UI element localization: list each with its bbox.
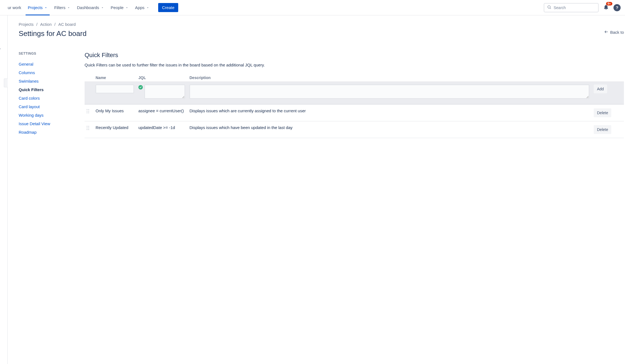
svg-point-13 (87, 129, 88, 130)
delete-filter-button[interactable]: Delete (594, 108, 611, 117)
table-row: Recently Updated updatedDate >= -1d Disp… (85, 121, 624, 138)
svg-point-6 (88, 111, 89, 112)
settings-item-columns[interactable]: Columns (19, 68, 80, 77)
settings-item-card-colors[interactable]: Card colors (19, 94, 80, 102)
svg-line-1 (550, 8, 551, 9)
settings-item-card-layout[interactable]: Card layout (19, 102, 80, 111)
col-jql: JQL (138, 75, 185, 80)
svg-point-14 (88, 129, 89, 130)
settings-item-working-days[interactable]: Working days (19, 111, 80, 119)
svg-point-3 (87, 109, 88, 110)
nav-dashboards[interactable]: Dashboards (75, 0, 106, 15)
add-filter-row: Add (85, 82, 624, 105)
back-to-board-link[interactable]: Back to (604, 30, 625, 35)
header-left: Projects / Action / AC board Settings fo… (19, 22, 87, 38)
svg-point-10 (88, 126, 89, 127)
header-row: Projects / Action / AC board Settings fo… (19, 22, 625, 38)
top-nav-right: 9+ ? (544, 3, 621, 12)
filter-jql[interactable]: assignee = currentUser() (138, 108, 185, 113)
breadcrumb-action[interactable]: Action (40, 22, 52, 27)
settings-item-issue-detail-view[interactable]: Issue Detail View (19, 119, 80, 128)
breadcrumb-sep: / (54, 22, 55, 27)
panel-title: Quick Filters (85, 52, 624, 59)
settings-heading: SETTINGS (19, 52, 80, 55)
breadcrumb-projects[interactable]: Projects (19, 22, 34, 27)
nav-projects-label: Projects (28, 5, 43, 10)
back-to-board-label: Back to (610, 30, 624, 35)
breadcrumb: Projects / Action / AC board (19, 22, 87, 27)
svg-point-9 (87, 126, 88, 127)
search-icon (547, 5, 551, 10)
svg-point-5 (87, 111, 88, 112)
help-icon-label: ? (616, 5, 618, 10)
main: Projects / Action / AC board Settings fo… (8, 15, 625, 364)
col-description: Description (189, 75, 589, 80)
settings-item-swimlanes[interactable]: Swimlanes (19, 77, 80, 85)
create-button[interactable]: Create (158, 3, 178, 12)
chevron-down-icon (146, 6, 149, 9)
left-rail (0, 15, 8, 364)
filter-description[interactable]: Displays issues which have been updated … (189, 125, 589, 130)
svg-point-11 (87, 128, 88, 128)
nav-your-work-label: ur work (8, 5, 21, 10)
col-name: Name (96, 75, 134, 80)
nav-filters-label: Filters (54, 5, 65, 10)
new-filter-name-input[interactable] (96, 85, 134, 93)
top-nav: ur work Projects Filters Dashboards Peop… (0, 0, 625, 15)
svg-point-12 (88, 128, 89, 128)
notification-badge: 9+ (606, 2, 612, 5)
drag-handle-icon[interactable] (85, 125, 91, 130)
settings-nav: SETTINGS General Columns Swimlanes Quick… (19, 52, 85, 138)
chevron-down-icon (101, 6, 104, 9)
filter-name[interactable]: Only My Issues (96, 108, 134, 113)
add-filter-button[interactable]: Add (594, 85, 607, 93)
new-filter-description-input[interactable] (189, 85, 589, 99)
table-row: Only My Issues assignee = currentUser() … (85, 105, 624, 121)
valid-jql-icon (138, 85, 143, 89)
table-header: Name JQL Description (85, 74, 624, 82)
content-row: SETTINGS General Columns Swimlanes Quick… (19, 52, 625, 138)
nav-filters[interactable]: Filters (52, 0, 72, 15)
nav-people[interactable]: People (108, 0, 131, 15)
page-title: Settings for AC board (19, 29, 87, 38)
top-nav-left: ur work Projects Filters Dashboards Peop… (4, 0, 544, 15)
quick-filters-panel: Quick Filters Quick Filters can be used … (85, 52, 625, 138)
notifications-button[interactable]: 9+ (602, 4, 610, 12)
chevron-down-icon (125, 6, 129, 9)
panel-description: Quick Filters can be used to further fil… (85, 63, 624, 67)
svg-point-7 (87, 113, 88, 113)
filter-name[interactable]: Recently Updated (96, 125, 134, 130)
nav-apps[interactable]: Apps (133, 0, 152, 15)
nav-dashboards-label: Dashboards (77, 5, 99, 10)
new-filter-jql-input[interactable] (144, 85, 185, 99)
layout: Projects / Action / AC board Settings fo… (0, 15, 625, 364)
help-button[interactable]: ? (613, 4, 621, 11)
svg-point-4 (88, 109, 89, 110)
delete-filter-button[interactable]: Delete (594, 125, 611, 134)
filter-description[interactable]: Displays issues which are currently assi… (189, 108, 589, 113)
svg-point-0 (548, 6, 550, 8)
quick-filters-table: Name JQL Description (85, 74, 624, 138)
nav-apps-label: Apps (135, 5, 144, 10)
settings-item-general[interactable]: General (19, 60, 80, 68)
chevron-down-icon (67, 6, 70, 9)
search-box[interactable] (544, 3, 599, 12)
settings-item-roadmap[interactable]: Roadmap (19, 128, 80, 136)
breadcrumb-sep: / (36, 22, 37, 27)
check-icon (0, 47, 1, 54)
filter-jql[interactable]: updatedDate >= -1d (138, 125, 185, 130)
nav-projects[interactable]: Projects (26, 0, 50, 15)
arrow-left-icon (604, 30, 609, 35)
search-input[interactable] (554, 5, 595, 10)
chevron-down-icon (44, 6, 48, 9)
drag-handle-icon[interactable] (85, 108, 91, 113)
nav-people-label: People (111, 5, 124, 10)
breadcrumb-board[interactable]: AC board (58, 22, 76, 27)
settings-item-quick-filters[interactable]: Quick Filters (19, 85, 80, 94)
sidebar-collapse-handle[interactable] (4, 79, 8, 87)
nav-your-work[interactable]: ur work (5, 0, 23, 15)
svg-point-8 (88, 113, 89, 113)
